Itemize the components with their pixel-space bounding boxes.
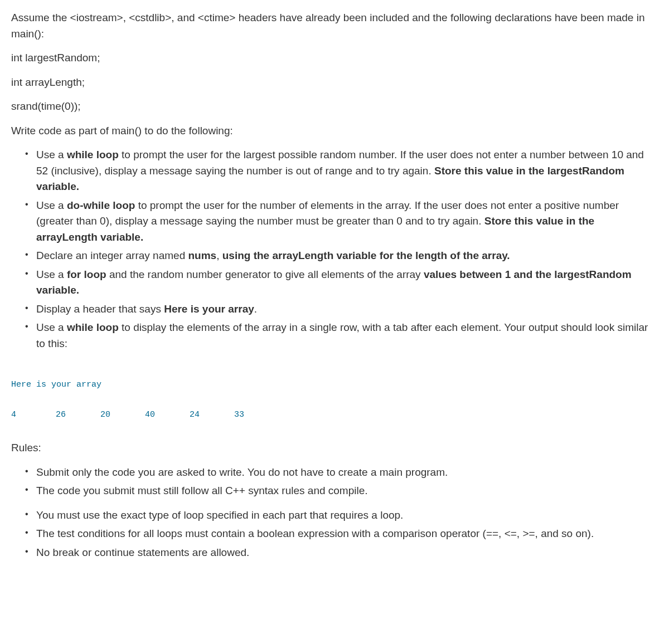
sample-output: Here is your array 42620402433	[11, 360, 658, 430]
declaration-3: srand(time(0));	[11, 99, 658, 115]
task-item-4: Use a for loop and the random number gen…	[28, 267, 658, 299]
declaration-2: int arrayLength;	[11, 75, 658, 91]
do-while-loop-bold: do-while loop	[67, 199, 135, 211]
instruction-paragraph: Write code as part of main() to do the f…	[11, 123, 658, 139]
rule-item-3: You must use the exact type of loop spec…	[28, 508, 658, 524]
while-loop-bold: while loop	[67, 149, 119, 160]
rule-item-5: No break or continue statements are allo…	[28, 545, 658, 561]
rules-header: Rules:	[11, 440, 658, 456]
rules-list-2: You must use the exact type of loop spec…	[11, 508, 658, 561]
declaration-1: int largestRandom;	[11, 50, 658, 66]
rule-item-1: Submit only the code you are asked to wr…	[28, 465, 658, 481]
rule-item-4: The test conditions for all loops must c…	[28, 526, 658, 542]
task-item-5: Display a header that says Here is your …	[28, 301, 658, 318]
task-item-3: Declare an integer array named nums, usi…	[28, 248, 658, 264]
output-header: Here is your array	[11, 380, 658, 390]
using-arraylength-bold: using the arrayLength variable for the l…	[222, 250, 510, 261]
rule-item-2: The code you submit must still follow al…	[28, 483, 658, 499]
task-item-6: Use a while loop to display the elements…	[28, 320, 658, 352]
intro-paragraph: Assume the <iostream>, <cstdlib>, and <c…	[11, 10, 658, 42]
while-loop-2-bold: while loop	[67, 321, 119, 333]
task-item-2: Use a do-while loop to prompt the user f…	[28, 198, 658, 246]
output-values: 42620402433	[11, 410, 658, 420]
task-item-1: Use a while loop to prompt the user for …	[28, 147, 658, 195]
rules-list-1: Submit only the code you are asked to wr…	[11, 465, 658, 499]
task-list: Use a while loop to prompt the user for …	[11, 147, 658, 352]
for-loop-bold: for loop	[67, 269, 106, 280]
here-is-array-bold: Here is your array	[164, 303, 254, 315]
nums-bold: nums	[188, 250, 216, 261]
